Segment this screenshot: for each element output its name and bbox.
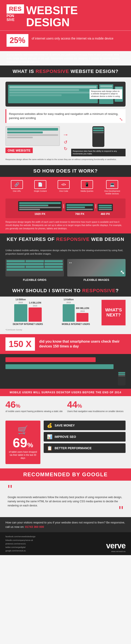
stat-subtext: Is your website optimised effectively fo… — [0, 51, 131, 66]
arrow-icon: → — [62, 131, 68, 138]
how-section: 🔗 One URL 📄 Single Content </> One Code … — [0, 177, 131, 233]
benefit-better-performance: 📋 BETTER PERFORMANCE — [44, 443, 126, 453]
features-section: Unlike isolated mobile websites, respons… — [0, 245, 131, 285]
one-website-diagram: ONE WEBSITE → ↺ ↻ Responsive sites have … — [6, 126, 126, 156]
benefits-section: 🛒 69% of tablet users have shopped via t… — [0, 420, 131, 468]
mobile-chart-title: MOBILE INTERNET USERS — [54, 323, 98, 326]
google-quote-section: " Google recommends webmasters follow th… — [0, 481, 131, 517]
how-works-header: SO HOW DOES IT WORK? — [0, 165, 131, 177]
refresh-icon2: ↻ — [62, 146, 68, 151]
resize-icon: ⤡ — [120, 269, 124, 276]
label-768: 768 PX — [75, 212, 84, 216]
icon-url: 🔗 One URL — [11, 180, 23, 195]
flexible-grids-label: FLEXIBLE GRIDS — [6, 278, 64, 282]
sixty-nine-number: 69% — [9, 436, 37, 450]
features-body-text: Unlike isolated mobile websites, respons… — [6, 248, 126, 256]
screen-460: 460 PX — [98, 204, 113, 216]
desktop-bar-2: 1.4 BILLION 2015 — [28, 302, 42, 322]
screen-768: 768 PX — [66, 203, 94, 216]
header-section: RES PON SIVE WEBSITE DESIGN — [0, 0, 131, 30]
whats-next-box: WHAT'S NEXT? — [102, 300, 126, 326]
big-stat-text: did you know that smartphone users check… — [39, 339, 126, 349]
desktop-chart: 1.6 Billion 2015 1.4 BILLION 2015 DESKTO… — [6, 300, 50, 326]
media-label: Media Queries — [80, 190, 94, 192]
verve-logo-group: verve www.verveuk.eu — [106, 541, 126, 552]
sixty-nine-desc: of tablet users have shopped via their t… — [9, 450, 37, 460]
footer-link-3[interactable]: twitter.com/vergedigital — [6, 546, 36, 549]
icon-media: 📱 Media Queries — [80, 180, 94, 195]
mobile-bar-1: 1.9 billion 2015 — [63, 298, 75, 322]
one-website-desc: Responsive design allows the same websit… — [6, 158, 126, 161]
percent-row: 46% of mobile users report having proble… — [6, 400, 126, 413]
desktop-chart-title: DESKTOP INTERNET USERS — [6, 323, 50, 326]
what-is-desc-overlay: Responsive web design refers to a websit… — [90, 89, 122, 99]
benefit-save-money-label: SAVE MONEY — [54, 424, 75, 427]
progress-section — [0, 354, 131, 389]
one-website-left: ONE WEBSITE — [6, 126, 60, 153]
mobile-chart: 1.9 billion 2015 800 MILLION 2015 MOBILE… — [54, 300, 98, 326]
stats-row: 1.6 Billion 2015 1.4 BILLION 2015 DESKTO… — [6, 300, 126, 326]
mobile-bar-2: 800 MILLION 2015 — [76, 307, 89, 322]
percent-44-desc: Users that navigation was troublesome on… — [67, 410, 126, 413]
content-icon: 📄 — [34, 180, 46, 189]
footer-link-4[interactable]: google.com/verveuk.eu — [6, 549, 36, 552]
url-label: One URL — [11, 190, 23, 192]
footer-phone: 01743 360 000 — [25, 525, 44, 528]
bar-mobile-1 — [63, 304, 75, 322]
footer-link-1[interactable]: linkedin.com/company/verve-uk — [6, 538, 36, 542]
recommended-title: RECOMMENDED BY GOOGLE — [6, 472, 126, 478]
money-icon: 💰 — [47, 423, 52, 428]
desktop-mock — [8, 85, 98, 103]
progress-bar-2 — [6, 364, 114, 369]
screen-sizes-container: 1920 PX | 768 PX | — [6, 198, 126, 218]
percent-46-number: 46% — [6, 400, 64, 410]
footer-link-0[interactable]: facebook.com/vervewebsitedesign — [6, 535, 36, 538]
resize-icon2: ↔ — [68, 260, 73, 265]
performance-icon: 📋 — [47, 446, 52, 451]
how-works-title: SO HOW DOES IT WORK? — [34, 168, 98, 174]
what-is-body-text: Responsive websites allow for easy readi… — [6, 109, 126, 123]
bottom-stats-section: 46% of mobile users report having proble… — [0, 396, 131, 420]
benefit-improve-seo: 📊 IMPROVE SEO — [44, 432, 126, 442]
footer-link-2[interactable]: pinterest.com/verve101 — [6, 542, 36, 546]
verve-logo: verve — [106, 541, 126, 550]
benefit-improve-seo-label: IMPROVE SEO — [54, 435, 76, 438]
label-1920: 1920 PX — [34, 212, 46, 216]
verve-url: www.verveuk.eu — [106, 550, 126, 552]
progress-bar-1-container — [6, 357, 126, 362]
dev-label: One DevelopmentMobile Devices — [104, 190, 120, 195]
percent-46-desc: of mobile users report having problems v… — [6, 410, 64, 413]
one-website-label: ONE WEBSITE — [6, 148, 33, 153]
cart-icon: 🛒 — [9, 425, 37, 435]
size-desc: Responsive design targets the width of e… — [6, 220, 126, 230]
big-stat-section: 150 X did you know that smartphone users… — [0, 334, 131, 354]
percent-46: 46% of mobile users report having proble… — [6, 400, 64, 413]
big-stat-number: 150 X — [6, 338, 35, 351]
features-grid: FLEXIBLE GRIDS ⤡ ↔ FLEXIBLE IMAGES — [6, 259, 126, 282]
footer-cta-text: How can your visitors respond to you if … — [6, 520, 126, 529]
bar-desktop-2 — [28, 308, 42, 322]
url-icon: 🔗 — [11, 180, 23, 189]
footer-social-links: facebook.com/vervewebsitedesign linkedin… — [6, 535, 36, 552]
device-mockup: Responsive web design refers to a websit… — [6, 82, 126, 106]
phone-small-mock — [118, 371, 126, 386]
progress-bar-2-container — [6, 364, 126, 369]
stat-text: of internet users only access the intern… — [32, 34, 113, 41]
content-label: Single Content — [34, 190, 47, 192]
screen-1920-mock — [18, 201, 62, 211]
arrow-refresh-icons: → ↺ ↻ — [62, 131, 68, 151]
percent-44: 44% Users that navigation was troublesom… — [67, 400, 126, 413]
label-460: 460 PX — [101, 212, 110, 216]
screen-1920: 1920 PX — [18, 201, 62, 216]
benefit-save-money: 💰 SAVE MONEY — [44, 420, 126, 430]
desktop-bar-1: 1.6 Billion 2015 — [14, 298, 27, 322]
phone-vertical-mock — [92, 126, 104, 147]
icon-dev: 💻 One DevelopmentMobile Devices — [104, 180, 120, 195]
responsive-note: Responsive sites have the ability to res… — [71, 149, 126, 156]
large-screen-mock — [6, 126, 60, 146]
seo-icon: 📊 — [47, 434, 52, 440]
one-website-right: Responsive sites have the ability to res… — [71, 126, 126, 156]
key-features-header: KEY FEATURES OF RESPONSIVE WEB DESIGN — [0, 234, 131, 245]
quote-text: Google recommends webmasters follow the … — [8, 495, 123, 508]
stat-section: 25% of internet users only access the in… — [0, 30, 131, 51]
